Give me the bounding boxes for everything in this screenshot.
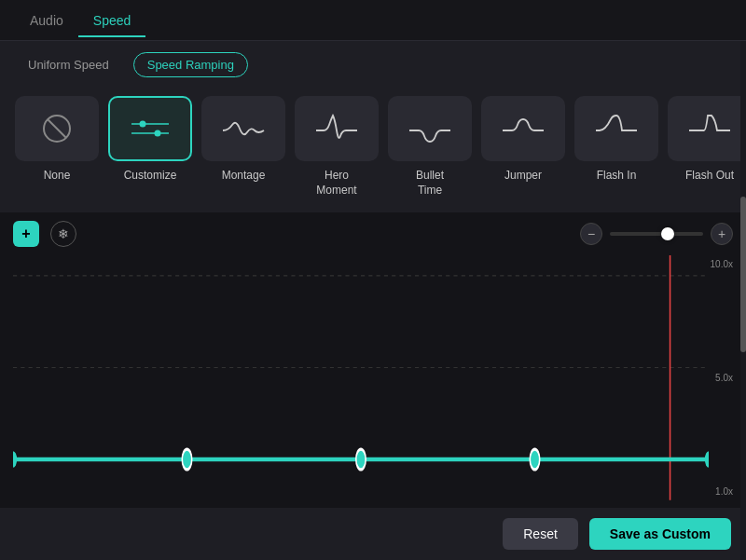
svg-line-1 [48,119,66,138]
preset-customize-icon [108,96,192,161]
preset-jumper[interactable]: Jumper [481,96,565,198]
graph-label-5x: 5.0x [711,373,733,383]
reset-button[interactable]: Reset [503,518,578,550]
svg-point-13 [530,449,539,470]
timeline-area: + ❄ − + [0,212,746,508]
svg-point-12 [356,449,366,470]
graph-label-1x: 1.0x [711,486,733,497]
preset-jumper-icon [481,96,565,161]
speed-ramping-btn[interactable]: Speed Ramping [133,52,248,77]
graph-label-10x: 10.0x [711,259,733,269]
svg-point-14 [705,451,709,468]
preset-none-icon [15,96,99,161]
scrollbar-track[interactable] [740,41,746,560]
mode-bar: Uniform Speed Speed Ramping [0,41,746,89]
preset-bullet-time-icon [388,96,472,161]
preset-hero-moment-label: HeroMoment [316,169,356,198]
preset-customize-label: Customize [124,169,177,184]
graph-svg [13,255,709,500]
preset-montage[interactable]: Montage [201,96,285,198]
preset-montage-icon [201,96,285,161]
preset-none-label: None [44,169,71,184]
preset-flash-out-label: Flash Out [685,169,734,184]
presets-grid: None Customize [15,96,731,198]
tab-audio[interactable]: Audio [15,4,78,37]
graph-area: 10.0x 5.0x 1.0x [0,255,746,500]
zoom-slider-container [610,232,703,236]
uniform-speed-btn[interactable]: Uniform Speed [15,53,122,76]
freeze-button[interactable]: ❄ [50,221,76,247]
svg-point-10 [13,451,17,468]
preset-flash-in[interactable]: Flash In [574,96,658,198]
app-container: Audio Speed Uniform Speed Speed Ramping … [0,0,746,560]
svg-point-5 [155,130,161,137]
preset-bullet-time[interactable]: BulletTime [388,96,472,198]
timeline-toolbar: + ❄ − + [0,212,746,255]
zoom-out-button[interactable]: − [580,223,602,245]
preset-hero-moment-icon [295,96,379,161]
preset-flash-out[interactable]: Flash Out [668,96,746,198]
add-keyframe-button[interactable]: + [13,221,39,247]
preset-flash-in-label: Flash In [597,169,637,184]
save-custom-button[interactable]: Save as Custom [589,518,731,550]
preset-bullet-time-label: BulletTime [416,169,444,198]
preset-none[interactable]: None [15,96,99,198]
presets-area: None Customize [0,89,746,212]
bottom-bar: Reset Save as Custom [0,508,746,560]
svg-point-11 [182,449,191,470]
preset-jumper-label: Jumper [504,169,542,184]
tab-speed[interactable]: Speed [78,4,145,37]
preset-montage-label: Montage [222,169,266,184]
preset-flash-in-icon [574,96,658,161]
preset-hero-moment[interactable]: HeroMoment [295,96,379,198]
tab-bar: Audio Speed [0,0,746,41]
graph-labels: 10.0x 5.0x 1.0x [711,255,733,500]
zoom-slider[interactable] [610,232,703,236]
preset-customize[interactable]: Customize [108,96,192,198]
zoom-slider-thumb[interactable] [661,227,674,240]
zoom-controls: − + [580,223,733,245]
preset-flash-out-icon [668,96,746,161]
svg-point-4 [140,121,146,128]
scrollbar-thumb[interactable] [740,197,746,352]
zoom-in-button[interactable]: + [711,223,733,245]
